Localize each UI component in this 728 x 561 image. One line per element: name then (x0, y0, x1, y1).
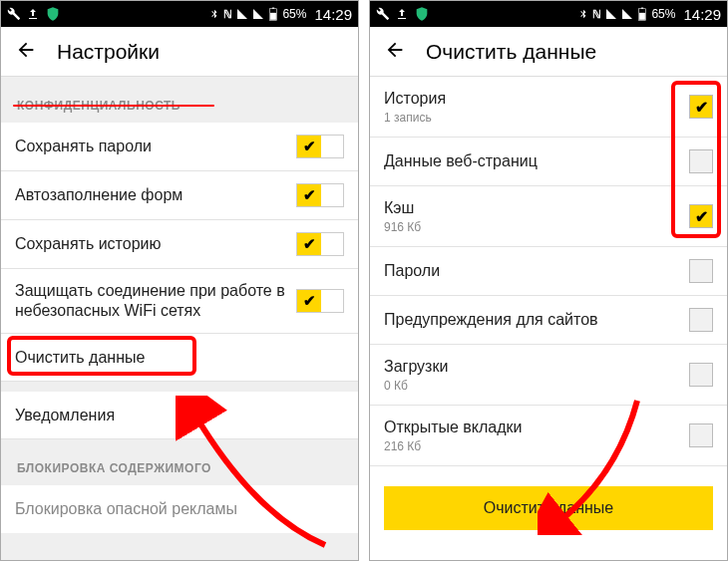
status-bar: ℕ 65% 14:29 (370, 1, 727, 27)
back-arrow-icon[interactable] (384, 39, 406, 65)
nfc-icon: ℕ (223, 8, 232, 21)
checkbox-downloads[interactable] (689, 363, 713, 387)
row-history[interactable]: История 1 запись ✔ (370, 77, 727, 138)
row-webdata[interactable]: Данные веб-страниц (370, 138, 727, 186)
checkbox-history[interactable]: ✔ (689, 95, 713, 119)
bluetooth-icon (209, 7, 219, 21)
signal-icon (605, 8, 617, 20)
wrench-icon (7, 7, 21, 21)
checkbox-webdata[interactable] (689, 149, 713, 173)
status-bar: ℕ 65% 14:29 (1, 1, 358, 27)
clock: 14:29 (314, 6, 352, 23)
toggle-autofill[interactable]: ✔ (296, 183, 344, 207)
row-passwords[interactable]: Пароли (370, 247, 727, 296)
svg-rect-1 (271, 13, 277, 20)
svg-rect-5 (641, 8, 643, 9)
upload-icon (27, 8, 39, 20)
row-save-history[interactable]: Сохранять историю ✔ (1, 220, 358, 269)
checkbox-warnings[interactable] (689, 308, 713, 332)
row-notifications[interactable]: Уведомления (1, 392, 358, 439)
battery-percent: 65% (282, 7, 306, 21)
screenshot-left: ℕ 65% 14:29 Настройки КОНФИДЕНЦИАЛЬНОСТЬ… (0, 0, 359, 561)
clock: 14:29 (683, 6, 721, 23)
row-protect-wifi[interactable]: Защищать соединение при работе в небезоп… (1, 269, 358, 334)
row-save-passwords[interactable]: Сохранять пароли ✔ (1, 123, 358, 171)
row-clear-data[interactable]: Очистить данные (1, 334, 358, 382)
nfc-icon: ℕ (592, 8, 601, 21)
section-header-privacy: КОНФИДЕНЦИАЛЬНОСТЬ (1, 77, 358, 123)
row-downloads[interactable]: Загрузки 0 Кб (370, 345, 727, 406)
svg-rect-4 (640, 13, 646, 20)
signal-icon (621, 8, 633, 20)
shield-icon (45, 6, 61, 22)
battery-icon (268, 7, 278, 21)
checkbox-cache[interactable]: ✔ (689, 204, 713, 228)
screenshot-right: ℕ 65% 14:29 Очистить данные История 1 за… (369, 0, 728, 561)
svg-rect-2 (272, 8, 274, 9)
signal-icon (236, 8, 248, 20)
section-header-block: БЛОКИРОВКА СОДЕРЖИМОГО (1, 439, 358, 485)
page-title: Очистить данные (426, 40, 596, 64)
wrench-icon (376, 7, 390, 21)
row-cache[interactable]: Кэш 916 Кб ✔ (370, 186, 727, 247)
back-arrow-icon[interactable] (15, 39, 37, 65)
toggle-protect-wifi[interactable]: ✔ (296, 289, 344, 313)
checkbox-tabs[interactable] (689, 423, 713, 447)
clear-data-button[interactable]: Очистить данные (384, 486, 713, 530)
app-header: Очистить данные (370, 27, 727, 77)
row-autofill[interactable]: Автозаполнение форм ✔ (1, 171, 358, 220)
upload-icon (396, 8, 408, 20)
app-header: Настройки (1, 27, 358, 77)
row-block-ads[interactable]: Блокировка опасной рекламы (1, 485, 358, 533)
battery-icon (637, 7, 647, 21)
signal-icon (252, 8, 264, 20)
checkbox-passwords[interactable] (689, 259, 713, 283)
battery-percent: 65% (651, 7, 675, 21)
row-warnings[interactable]: Предупреждения для сайтов (370, 296, 727, 345)
page-title: Настройки (57, 40, 160, 64)
bluetooth-icon (578, 7, 588, 21)
toggle-save-history[interactable]: ✔ (296, 232, 344, 256)
row-tabs[interactable]: Открытые вкладки 216 Кб (370, 406, 727, 466)
shield-icon (414, 6, 430, 22)
toggle-save-passwords[interactable]: ✔ (296, 135, 344, 158)
